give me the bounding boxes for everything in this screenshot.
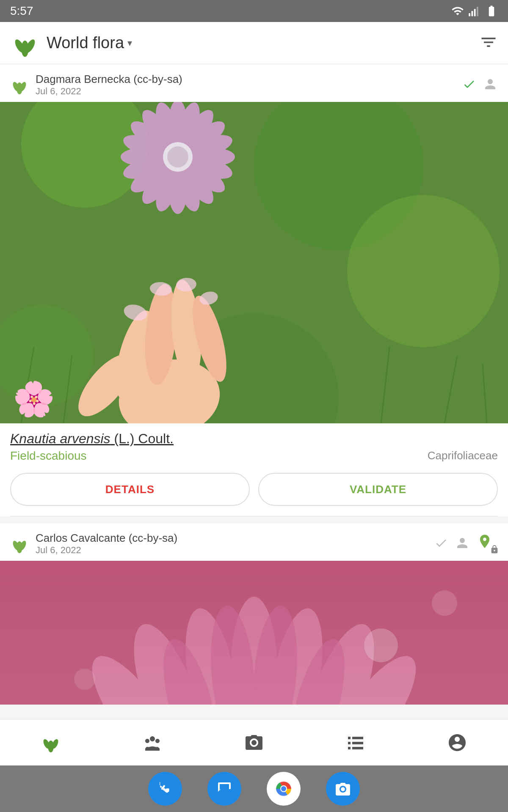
battery-icon bbox=[485, 5, 498, 17]
observation-card-2: Carlos Cavalcante (cc-by-sa) Jul 6, 2022 bbox=[0, 523, 508, 705]
observation-card-1: Dagmara Bernecka (cc-by-sa) Jul 6, 2022 bbox=[0, 64, 508, 516]
flower-emoji-overlay: 🌸 bbox=[13, 379, 55, 419]
status-bar: 5:57 bbox=[0, 0, 508, 22]
wifi-icon bbox=[451, 5, 464, 17]
phone-app-button[interactable] bbox=[148, 772, 182, 806]
dropdown-arrow-icon: ▾ bbox=[127, 38, 132, 49]
svg-rect-0 bbox=[469, 13, 470, 16]
lock-icon bbox=[489, 544, 500, 556]
nav-item-camera[interactable] bbox=[235, 728, 273, 757]
bottom-navigation bbox=[0, 719, 508, 765]
card-header-icons-1 bbox=[462, 77, 498, 93]
svg-point-66 bbox=[279, 634, 355, 705]
card-header-1: Dagmara Bernecka (cc-by-sa) Jul 6, 2022 bbox=[0, 64, 508, 102]
chrome-app-button[interactable] bbox=[267, 772, 301, 806]
filter-button[interactable] bbox=[479, 33, 498, 53]
person-icon-2 bbox=[455, 535, 470, 552]
svg-point-63 bbox=[77, 644, 193, 705]
status-time: 5:57 bbox=[10, 4, 33, 18]
svg-point-76 bbox=[281, 786, 286, 791]
card-username-2: Carlos Cavalcante (cc-by-sa) bbox=[36, 532, 428, 545]
card-user-info-2: Carlos Cavalcante (cc-by-sa) Jul 6, 2022 bbox=[36, 532, 428, 556]
check-icon-1 bbox=[462, 77, 476, 93]
nav-item-flora[interactable] bbox=[32, 728, 70, 757]
svg-point-67 bbox=[206, 604, 260, 705]
nav-item-profile[interactable] bbox=[438, 728, 476, 757]
card-user-info-1: Dagmara Bernecka (cc-by-sa) Jul 6, 2022 bbox=[36, 73, 456, 97]
svg-point-70 bbox=[74, 669, 95, 690]
svg-point-59 bbox=[231, 597, 277, 705]
signal-icon bbox=[468, 5, 481, 17]
location-lock-wrapper bbox=[477, 533, 498, 554]
svg-point-69 bbox=[432, 590, 457, 616]
person-icon-1 bbox=[483, 77, 498, 93]
app-title-wrapper[interactable]: World flora ▾ bbox=[47, 34, 479, 52]
details-button[interactable]: DETAILS bbox=[10, 473, 250, 506]
check-icon-2 bbox=[434, 536, 448, 551]
flower-scene: 🌸 bbox=[0, 102, 508, 423]
species-scientific-name[interactable]: Knautia arvensis (L.) Coult. bbox=[10, 431, 174, 446]
action-buttons-1: DETAILS VALIDATE bbox=[0, 464, 508, 516]
nav-item-community[interactable] bbox=[133, 728, 171, 757]
pink-flower-scene bbox=[0, 561, 508, 705]
svg-point-52 bbox=[167, 146, 188, 167]
svg-rect-1 bbox=[472, 11, 473, 16]
svg-point-13 bbox=[347, 195, 500, 347]
species-family-name: Caprifoliaceae bbox=[428, 449, 498, 462]
card-header-icons-2 bbox=[434, 533, 498, 554]
messages-app-button[interactable] bbox=[207, 772, 241, 806]
svg-point-62 bbox=[315, 644, 431, 705]
card-header-2: Carlos Cavalcante (cc-by-sa) Jul 6, 2022 bbox=[0, 523, 508, 561]
svg-point-64 bbox=[152, 634, 228, 705]
species-common-name: Field-scabious bbox=[10, 449, 87, 463]
svg-point-58 bbox=[176, 604, 247, 705]
app-title: World flora bbox=[47, 34, 124, 52]
svg-point-65 bbox=[248, 604, 302, 705]
content-spacer bbox=[0, 705, 508, 719]
flower-image-1: 🌸 bbox=[0, 102, 508, 423]
svg-rect-56 bbox=[0, 561, 508, 705]
card-date-1: Jul 6, 2022 bbox=[36, 86, 456, 97]
svg-point-60 bbox=[261, 604, 331, 705]
user-avatar-2 bbox=[10, 535, 29, 553]
android-nav-bar bbox=[0, 765, 508, 812]
svg-point-57 bbox=[119, 616, 219, 705]
svg-point-61 bbox=[289, 616, 389, 705]
flower-image-2 bbox=[0, 561, 508, 705]
user-avatar-1 bbox=[10, 76, 29, 94]
svg-rect-3 bbox=[477, 7, 478, 16]
card-date-2: Jul 6, 2022 bbox=[36, 545, 428, 556]
card-username-1: Dagmara Bernecka (cc-by-sa) bbox=[36, 73, 456, 86]
card-divider bbox=[10, 516, 498, 516]
app-bar: World flora ▾ bbox=[0, 22, 508, 64]
status-icons bbox=[451, 5, 498, 17]
species-info-1: Knautia arvensis (L.) Coult. Field-scabi… bbox=[0, 423, 508, 464]
camera-app-button[interactable] bbox=[326, 772, 360, 806]
validate-button[interactable]: VALIDATE bbox=[258, 473, 498, 506]
nav-item-list[interactable] bbox=[337, 728, 375, 757]
svg-point-68 bbox=[364, 628, 398, 662]
app-logo bbox=[10, 28, 40, 58]
svg-rect-2 bbox=[474, 9, 476, 16]
